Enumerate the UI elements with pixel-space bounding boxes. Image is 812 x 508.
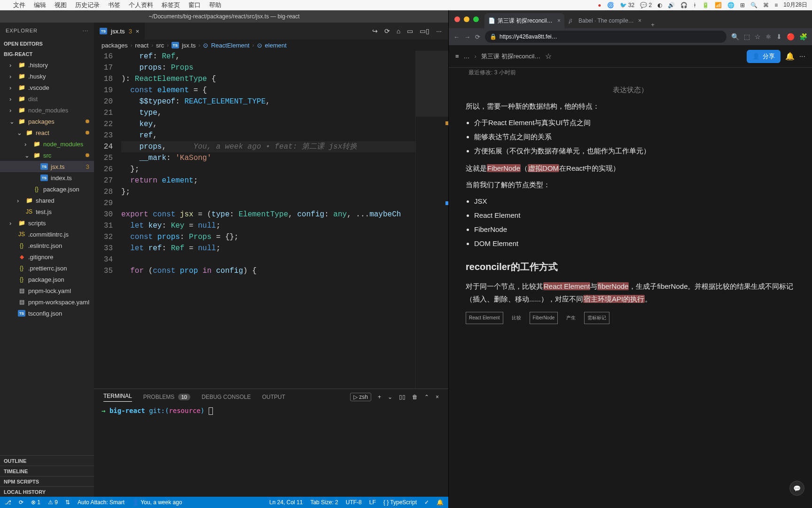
status-gitblame[interactable]: 👤 You, a week ago (132, 499, 182, 506)
menu-window[interactable]: 窗口 (188, 1, 201, 9)
tree-folder[interactable]: ›📁scripts (0, 217, 94, 229)
tree-file[interactable]: TSindex.ts (0, 172, 94, 183)
tree-file[interactable]: TStsconfig.json (0, 308, 94, 319)
tree-folder[interactable]: ⌄📁react (0, 127, 94, 138)
tree-file[interactable]: ◆.gitignore (0, 251, 94, 262)
nav-forward-icon[interactable]: → (464, 33, 470, 40)
status-moon-icon[interactable]: ◐ (657, 2, 662, 8)
editor-action-nav-icon[interactable]: ⌂ (397, 27, 400, 35)
status-eol[interactable]: LF (369, 499, 376, 506)
minimap[interactable] (415, 51, 448, 389)
doc-bell-icon[interactable]: 🔔 (785, 52, 795, 61)
menu-tabs[interactable]: 标签页 (162, 1, 180, 9)
status-auto-attach[interactable]: Auto Attach: Smart (78, 499, 125, 506)
tree-folder[interactable]: ›📁dist (0, 93, 94, 104)
menu-help[interactable]: 帮助 (209, 1, 221, 9)
doc-menu-icon[interactable]: ≡ (455, 53, 459, 60)
address-bar[interactable]: 🔒 https://y426ava8tt.fei… (485, 31, 726, 43)
terminal-trash-icon[interactable]: 🗑 (412, 394, 418, 400)
terminal-dropdown-icon[interactable]: ⌄ (388, 394, 392, 400)
close-icon[interactable] (454, 16, 460, 22)
browser-tab-inactive[interactable]: 𝛽 Babel · The compiler for … × (565, 13, 645, 28)
status-grid-icon[interactable]: ⊞ (740, 2, 745, 8)
status-bluetooth-icon[interactable]: ᚼ (693, 2, 696, 8)
status-prettier-icon[interactable]: ✓ (424, 499, 429, 506)
status-tabsize[interactable]: Tab Size: 2 (310, 499, 338, 506)
tree-file[interactable]: JS.commitlintrc.js (0, 229, 94, 240)
status-warnings[interactable]: ⚠ 9 (48, 499, 58, 506)
terminal-split-icon[interactable]: ▯▯ (399, 394, 406, 400)
profile-icon[interactable]: 🔴 (787, 33, 795, 40)
menu-history[interactable]: 历史记录 (75, 1, 100, 9)
new-tab-button[interactable]: + (646, 21, 659, 28)
explorer-more-icon[interactable]: ··· (83, 28, 88, 33)
editor-action-split-icon[interactable]: ▭▯ (420, 27, 429, 35)
section-project[interactable]: BIG-REACT (0, 49, 94, 59)
status-control-icon[interactable]: ⌘ (763, 2, 769, 8)
section-local-history[interactable]: LOCAL HISTORY (0, 486, 94, 497)
tree-folder[interactable]: ⌄📁src (0, 150, 94, 161)
editor-action-diff-icon[interactable]: ⟳ (384, 27, 390, 35)
tree-file[interactable]: {}package.json (0, 183, 94, 195)
status-clock[interactable]: 10月28日 (783, 1, 807, 9)
tab-close-icon[interactable]: × (136, 28, 140, 35)
editor-action-run-icon[interactable]: ↪ (372, 27, 378, 35)
section-outline[interactable]: OUTLINE (0, 455, 94, 466)
tree-folder[interactable]: ⌄📁packages (0, 116, 94, 127)
nav-reload-icon[interactable]: ⟳ (475, 33, 480, 40)
tree-file[interactable]: JStest.js (0, 206, 94, 217)
status-search-icon[interactable]: 🔍 (750, 2, 757, 8)
tab-close-icon[interactable]: × (557, 17, 561, 24)
terminal-shell-selector[interactable]: ▷ zsh (350, 393, 371, 401)
extensions-icon[interactable]: 🧩 (799, 33, 807, 40)
fullscreen-icon[interactable] (473, 16, 479, 22)
code-editor[interactable]: 1617181920212223242526272829303132333435… (94, 51, 415, 389)
tree-folder[interactable]: ›📁node_modules (0, 104, 94, 116)
status-wechat-icon[interactable]: 💬 2 (640, 2, 652, 8)
status-bell-icon[interactable]: 🔔 (437, 499, 444, 506)
status-spinner-icon[interactable]: 🌀 (607, 2, 614, 8)
tree-file[interactable]: ▤pnpm-workspace.yaml (0, 296, 94, 308)
panel-tab-output[interactable]: OUTPUT (262, 394, 285, 400)
editor-action-preview-icon[interactable]: ▭ (407, 27, 413, 35)
menu-file[interactable]: 文件 (13, 1, 25, 9)
doc-share-button[interactable]: 👤 分享 (747, 50, 781, 63)
tree-folder[interactable]: ›📁shared (0, 195, 94, 206)
nav-back-icon[interactable]: ← (453, 33, 460, 40)
status-cursor-pos[interactable]: Ln 24, Col 11 (269, 499, 303, 506)
react-ext-icon[interactable]: ⚛ (765, 33, 772, 40)
panel-maximize-icon[interactable]: ⌃ (424, 394, 429, 400)
breadcrumb[interactable]: packages› react› src› TS jsx.ts› ⊙ React… (94, 40, 448, 51)
tree-folder[interactable]: ›📁.vscode (0, 82, 94, 93)
minimize-icon[interactable] (464, 16, 469, 22)
tree-folder[interactable]: ›📁.history (0, 59, 94, 71)
tree-file[interactable]: {}package.json (0, 274, 94, 285)
status-headphones-icon[interactable]: 🎧 (680, 2, 687, 8)
status-sync-icon[interactable]: ⟳ (19, 499, 23, 506)
status-port-icon[interactable]: ⇅ (65, 499, 70, 506)
tree-file[interactable]: {}.eslintrc.json (0, 240, 94, 251)
tree-file[interactable]: {}.prettierrc.json (0, 262, 94, 274)
section-npm-scripts[interactable]: NPM SCRIPTS (0, 476, 94, 486)
download-icon[interactable]: ⬇ (776, 33, 782, 40)
reader-icon[interactable]: ⬚ (744, 33, 750, 40)
menu-edit[interactable]: 编辑 (34, 1, 46, 9)
panel-tab-problems[interactable]: PROBLEMS 10 (143, 394, 190, 400)
section-timeline[interactable]: TIMELINE (0, 466, 94, 476)
section-open-editors[interactable]: OPEN EDITORS (0, 39, 94, 49)
zoom-icon[interactable]: 🔍 (731, 33, 739, 40)
status-wifi-icon[interactable]: 📶 (715, 2, 722, 8)
doc-comment-fab[interactable]: 💬 (789, 481, 804, 496)
editor-action-more-icon[interactable]: ··· (436, 27, 442, 35)
menu-bookmarks[interactable]: 书签 (108, 1, 120, 9)
tree-file[interactable]: ▤pnpm-lock.yaml (0, 285, 94, 296)
terminal-body[interactable]: → big-react git:(resource) (94, 405, 448, 497)
doc-breadcrumb-0[interactable]: … (464, 53, 470, 60)
status-record-icon[interactable]: ● (598, 2, 601, 8)
tab-close-icon[interactable]: × (638, 17, 641, 24)
tree-folder[interactable]: ›📁node_modules (0, 138, 94, 150)
tab-jsx-ts[interactable]: TS jsx.ts 3 × (94, 23, 145, 40)
status-encoding[interactable]: UTF-8 (346, 499, 362, 506)
doc-breadcrumb-1[interactable]: 第三课 初探reconcil… (481, 52, 540, 61)
panel-tab-debug[interactable]: DEBUG CONSOLE (202, 394, 251, 400)
